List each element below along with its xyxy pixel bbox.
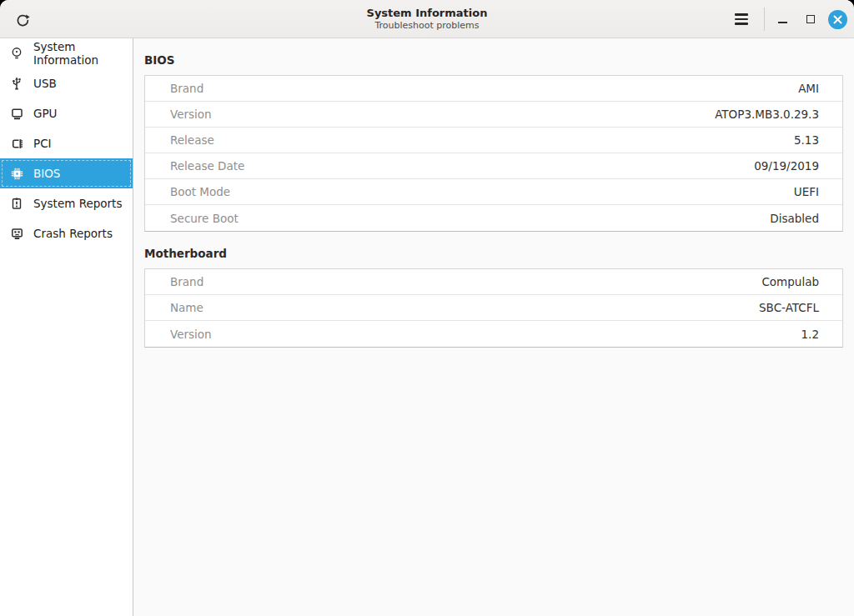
table-row: Brand AMI: [145, 76, 842, 102]
crash-monitor-icon: [8, 225, 25, 242]
table-row: Secure Boot Disabled: [145, 205, 842, 231]
content-panel: BIOS Brand AMI Version ATOP3.MB3.0.29.3 …: [133, 38, 854, 616]
sidebar-item-label: System Reports: [33, 197, 122, 210]
row-label: Release Date: [170, 159, 244, 173]
sidebar-item-label: Crash Reports: [33, 227, 113, 240]
header-titles: System Information Troubleshoot problems: [367, 7, 488, 32]
close-button[interactable]: [828, 10, 847, 29]
chip-icon: [8, 165, 25, 182]
row-label: Secure Boot: [170, 212, 239, 225]
window-title: System Information: [367, 7, 488, 20]
sidebar-item-system-information[interactable]: System Information: [0, 38, 133, 68]
sidebar: System Information USB: [0, 38, 133, 616]
row-value: 1.2: [801, 328, 819, 341]
close-icon: [833, 15, 842, 24]
sidebar-item-label: GPU: [33, 107, 57, 120]
table-row: Version 1.2: [145, 321, 842, 347]
sidebar-item-label: PCI: [33, 137, 52, 150]
sidebar-item-system-reports[interactable]: System Reports: [0, 188, 133, 218]
maximize-button[interactable]: [800, 8, 821, 30]
main-area: System Information USB: [0, 38, 854, 616]
maximize-icon: [806, 15, 815, 23]
sidebar-item-pci[interactable]: PCI: [0, 128, 133, 158]
window-controls: [729, 0, 847, 38]
table-row: Brand Compulab: [145, 269, 842, 295]
row-label: Name: [170, 301, 203, 314]
row-value: 09/19/2019: [754, 159, 819, 173]
table-row: Release 5.13: [145, 128, 842, 153]
sidebar-item-gpu[interactable]: GPU: [0, 98, 133, 128]
row-label: Version: [170, 108, 212, 121]
clipboard-alert-icon: [8, 195, 25, 212]
section-title-bios: BIOS: [144, 53, 843, 67]
table-row: Boot Mode UEFI: [145, 179, 842, 205]
sidebar-item-crash-reports[interactable]: Crash Reports: [0, 218, 133, 248]
headerbar: System Information Troubleshoot problems: [0, 0, 854, 38]
sidebar-item-label: BIOS: [33, 167, 60, 180]
section-title-motherboard: Motherboard: [144, 247, 843, 260]
table-row: Name SBC-ATCFL: [145, 295, 842, 321]
table-row: Release Date 09/19/2019: [145, 153, 842, 179]
row-label: Brand: [170, 82, 203, 95]
monitor-icon: [8, 105, 25, 122]
row-value: ATOP3.MB3.0.29.3: [715, 108, 819, 121]
row-value: UEFI: [794, 185, 819, 198]
motherboard-table: Brand Compulab Name SBC-ATCFL Version 1.…: [144, 268, 843, 348]
row-label: Version: [170, 328, 212, 341]
lightbulb-icon: [8, 45, 25, 62]
sidebar-item-label: System Information: [33, 40, 126, 67]
refresh-icon: [15, 13, 31, 28]
row-value: Disabled: [770, 212, 819, 225]
sidebar-item-label: USB: [33, 77, 57, 90]
row-label: Release: [170, 133, 214, 147]
row-value: AMI: [798, 82, 819, 95]
refresh-button[interactable]: [12, 9, 33, 31]
minimize-button[interactable]: [771, 8, 793, 30]
sidebar-item-usb[interactable]: USB: [0, 68, 133, 98]
sidebar-item-bios[interactable]: BIOS: [0, 158, 133, 188]
row-value: Compulab: [761, 275, 819, 288]
minimize-icon: [778, 22, 787, 23]
header-separator: [764, 8, 765, 31]
window-subtitle: Troubleshoot problems: [367, 20, 488, 32]
app-window: System Information Troubleshoot problems: [0, 0, 854, 616]
usb-icon: [8, 75, 25, 92]
row-value: SBC-ATCFL: [759, 301, 819, 314]
row-label: Boot Mode: [170, 185, 230, 198]
row-value: 5.13: [794, 133, 819, 147]
table-row: Version ATOP3.MB3.0.29.3: [145, 102, 842, 128]
expansion-card-icon: [8, 135, 25, 152]
hamburger-menu-icon: [735, 13, 748, 16]
row-label: Brand: [170, 275, 203, 288]
hamburger-menu-button[interactable]: [729, 7, 754, 32]
bios-table: Brand AMI Version ATOP3.MB3.0.29.3 Relea…: [144, 75, 843, 232]
